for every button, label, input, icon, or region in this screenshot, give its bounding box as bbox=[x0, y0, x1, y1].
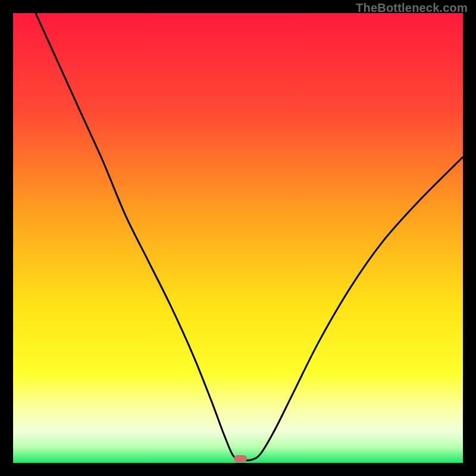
bottleneck-plot bbox=[13, 13, 463, 463]
chart-frame: TheBottleneck.com bbox=[0, 0, 476, 476]
gradient-background bbox=[13, 13, 463, 463]
optimum-marker bbox=[234, 455, 247, 462]
attribution-label: TheBottleneck.com bbox=[356, 1, 468, 15]
